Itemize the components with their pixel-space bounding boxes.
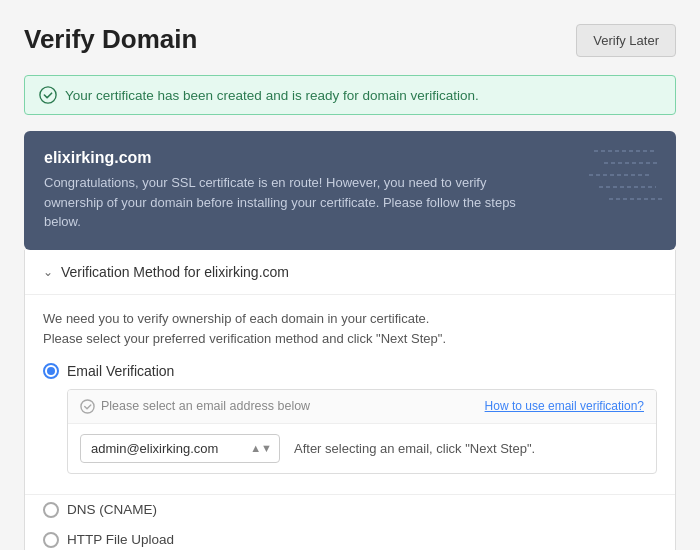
main-content: ⌄ Verification Method for elixirking.com… <box>24 250 676 551</box>
verify-later-button[interactable]: Verify Later <box>576 24 676 57</box>
dns-option-label: DNS (CNAME) <box>67 502 157 517</box>
email-radio-button[interactable] <box>43 363 59 379</box>
email-verification-option[interactable]: Email Verification <box>43 363 657 379</box>
email-box-body: admin@elixirking.com ▲▼ After selecting … <box>68 424 656 473</box>
email-select[interactable]: admin@elixirking.com <box>80 434 280 463</box>
svg-point-0 <box>40 87 56 103</box>
circle-check-icon <box>80 399 95 414</box>
dns-option[interactable]: DNS (CNAME) <box>25 495 675 525</box>
http-radio-button[interactable] <box>43 532 59 548</box>
how-to-email-link[interactable]: How to use email verification? <box>485 399 644 413</box>
success-banner: Your certificate has been created and is… <box>24 75 676 115</box>
http-option[interactable]: HTTP File Upload <box>25 525 675 550</box>
domain-card-title: elixirking.com <box>44 149 656 167</box>
email-hint-text: Please select an email address below <box>101 399 310 413</box>
success-text: Your certificate has been created and is… <box>65 88 479 103</box>
domain-card-description: Congratulations, your SSL certificate is… <box>44 173 546 232</box>
domain-card: elixirking.com Congratulations, your SSL… <box>24 131 676 250</box>
success-check-icon <box>39 86 57 104</box>
email-box-header: Please select an email address below How… <box>68 390 656 424</box>
verification-description: We need you to verify ownership of each … <box>43 309 657 349</box>
email-instruction: After selecting an email, click "Next St… <box>294 441 535 456</box>
domain-card-decoration <box>584 141 664 211</box>
svg-point-6 <box>81 400 94 413</box>
email-verification-label: Email Verification <box>67 363 174 379</box>
http-option-label: HTTP File Upload <box>67 532 174 547</box>
email-verification-box: Please select an email address below How… <box>67 389 657 474</box>
page-title: Verify Domain <box>24 24 197 55</box>
email-select-wrapper: admin@elixirking.com ▲▼ <box>80 434 280 463</box>
verification-section-label: Verification Method for elixirking.com <box>61 264 289 280</box>
page-header: Verify Domain Verify Later <box>24 24 676 57</box>
email-box-hint: Please select an email address below <box>80 399 310 414</box>
chevron-down-icon: ⌄ <box>43 265 53 279</box>
dns-radio-button[interactable] <box>43 502 59 518</box>
verification-section-body: We need you to verify ownership of each … <box>25 295 675 494</box>
verification-section-header[interactable]: ⌄ Verification Method for elixirking.com <box>25 250 675 295</box>
